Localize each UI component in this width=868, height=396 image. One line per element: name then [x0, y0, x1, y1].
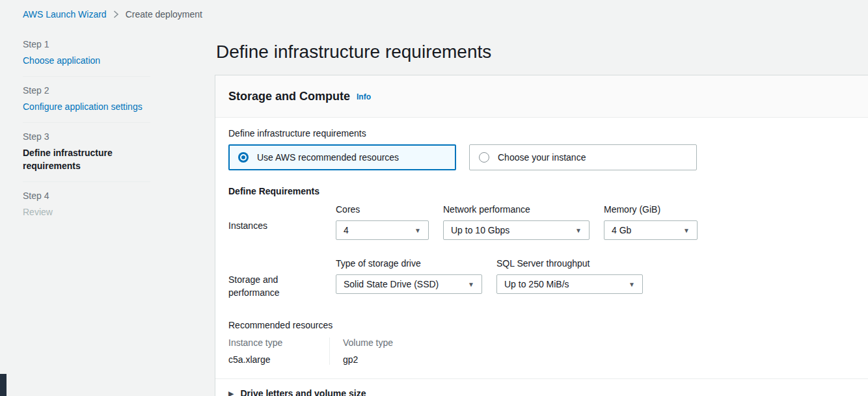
- step-1-number: Step 1: [23, 39, 150, 49]
- memory-field: Memory (GiB) 4 Gb ▼: [604, 204, 698, 240]
- sql-throughput-value: Up to 250 MiB/s: [504, 279, 569, 289]
- step-3: Step 3 Define infrastructure requirement…: [23, 131, 150, 172]
- instances-row-label: Instances: [228, 204, 336, 240]
- sql-throughput-field: SQL Server throughput Up to 250 MiB/s ▼: [496, 258, 643, 299]
- panel-title: Storage and Compute: [228, 90, 350, 103]
- cores-value: 4: [344, 225, 349, 235]
- cores-label: Cores: [336, 204, 429, 215]
- define-requirements-heading: Define Requirements: [228, 186, 855, 196]
- network-performance-field: Network performance Up to 10 Gbps ▼: [443, 204, 590, 240]
- storage-drive-select[interactable]: Solid State Drive (SSD) ▼: [336, 274, 482, 294]
- cores-field: Cores 4 ▼: [336, 204, 429, 240]
- instance-type-label: Instance type: [228, 337, 329, 348]
- console-footer-edge: [0, 374, 7, 396]
- radio-unselected-icon[interactable]: [479, 152, 489, 163]
- memory-value: 4 Gb: [612, 225, 631, 235]
- wizard-step-nav: Step 1 Choose application Step 2 Configu…: [23, 39, 150, 218]
- recommended-resources-heading: Recommended resources: [228, 320, 855, 330]
- breadcrumb-link-launch-wizard[interactable]: AWS Launch Wizard: [23, 9, 107, 20]
- step-2-link-configure-application-settings[interactable]: Configure application settings: [23, 101, 142, 112]
- step-3-number: Step 3: [23, 131, 150, 142]
- chevron-down-icon: ▼: [468, 281, 474, 288]
- storage-drive-value: Solid State Drive (SSD): [344, 279, 439, 289]
- step-divider: [23, 76, 150, 77]
- recommended-resources-section: Recommended resources Instance type c5a.…: [228, 320, 855, 365]
- radio-selected-icon[interactable]: [238, 152, 249, 163]
- volume-type-value: gp2: [343, 354, 393, 365]
- breadcrumb: AWS Launch Wizard Create deployment: [23, 9, 202, 20]
- sql-throughput-label: SQL Server throughput: [496, 258, 643, 269]
- drive-letters-label: Drive letters and volume size: [240, 388, 366, 396]
- step-3-current-define-infrastructure: Define infrastructure requirements: [23, 146, 150, 172]
- network-performance-label: Network performance: [443, 204, 590, 215]
- instance-type-value: c5a.xlarge: [228, 354, 329, 365]
- drive-letters-expandable-section[interactable]: ▶ Drive letters and volume size: [215, 379, 868, 396]
- resource-choice-label: Define infrastructure requirements: [228, 128, 855, 139]
- tile-label: Use AWS recommended resources: [257, 152, 399, 163]
- step-2-number: Step 2: [23, 85, 150, 96]
- page-title: Define infrastructure requirements: [216, 42, 491, 62]
- chevron-down-icon: ▼: [683, 227, 690, 234]
- panel-header: Storage and Compute Info: [215, 75, 868, 118]
- step-divider: [23, 122, 150, 123]
- chevron-down-icon: ▼: [575, 227, 582, 234]
- step-4-number: Step 4: [23, 191, 150, 201]
- volume-type-column: Volume type gp2: [329, 337, 393, 365]
- instance-type-column: Instance type c5a.xlarge: [228, 337, 329, 365]
- info-link[interactable]: Info: [357, 92, 371, 101]
- storage-drive-field: Type of storage drive Solid State Drive …: [336, 258, 482, 299]
- storage-drive-label: Type of storage drive: [336, 258, 482, 269]
- cores-select[interactable]: 4 ▼: [336, 220, 429, 240]
- expand-triangle-icon: ▶: [228, 389, 234, 396]
- resource-choice-tiles: Use AWS recommended resources Choose you…: [228, 144, 855, 170]
- step-4: Step 4 Review: [23, 191, 150, 218]
- chevron-down-icon: ▼: [629, 281, 635, 288]
- network-performance-value: Up to 10 Gbps: [451, 225, 509, 235]
- step-divider: [23, 181, 150, 182]
- tile-choose-your-instance[interactable]: Choose your instance: [469, 144, 697, 170]
- network-performance-select[interactable]: Up to 10 Gbps ▼: [443, 220, 590, 240]
- breadcrumb-current: Create deployment: [126, 9, 202, 20]
- requirements-row-instances: Instances Cores 4 ▼ Network performance …: [228, 204, 855, 240]
- volume-type-label: Volume type: [343, 337, 393, 348]
- step-2: Step 2 Configure application settings: [23, 85, 150, 113]
- storage-row-label: Storage and performance: [228, 258, 336, 299]
- tile-label: Choose your instance: [498, 152, 586, 163]
- step-1: Step 1 Choose application: [23, 39, 150, 67]
- sql-throughput-select[interactable]: Up to 250 MiB/s ▼: [496, 274, 643, 294]
- breadcrumb-chevron-icon: [113, 10, 119, 18]
- panel-body: Define infrastructure requirements Use A…: [215, 118, 868, 365]
- requirements-row-storage: Storage and performance Type of storage …: [228, 258, 855, 299]
- storage-and-compute-panel: Storage and Compute Info Define infrastr…: [215, 75, 868, 396]
- memory-select[interactable]: 4 Gb ▼: [604, 220, 698, 240]
- chevron-down-icon: ▼: [414, 227, 421, 234]
- step-4-review-disabled: Review: [23, 205, 150, 218]
- step-1-link-choose-application[interactable]: Choose application: [23, 55, 100, 66]
- memory-label: Memory (GiB): [604, 204, 698, 215]
- tile-use-aws-recommended-resources[interactable]: Use AWS recommended resources: [228, 144, 456, 170]
